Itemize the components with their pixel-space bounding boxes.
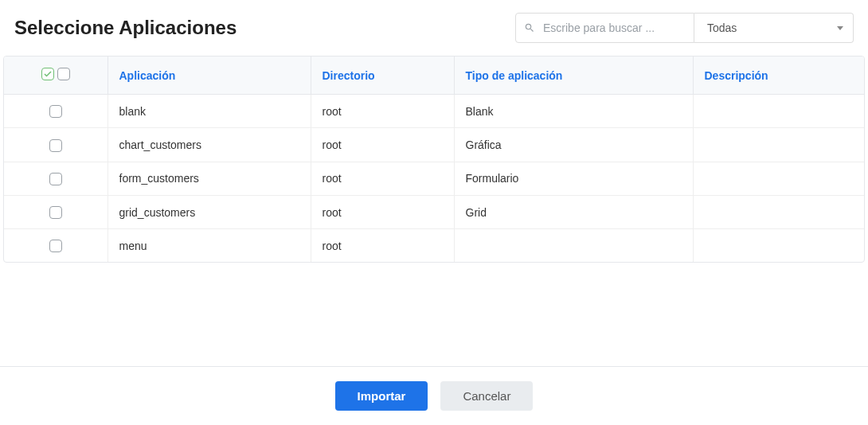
cell-dir: root [311, 229, 454, 263]
table-row: blankrootBlank [4, 95, 864, 128]
header-controls: Todas [515, 13, 854, 43]
cell-type: Grid [454, 195, 693, 228]
import-button[interactable]: Importar [335, 381, 428, 411]
row-checkbox[interactable] [49, 105, 62, 118]
cell-dir: root [311, 195, 454, 228]
cell-desc [693, 128, 864, 162]
search-icon [524, 22, 535, 33]
page-title: Seleccione Aplicaciones [14, 17, 237, 39]
cell-app: grid_customers [108, 195, 311, 228]
table-row: menuroot [4, 229, 864, 263]
select-all-checkbox[interactable] [41, 68, 54, 80]
cell-dir: root [311, 162, 454, 195]
cell-desc [693, 95, 864, 128]
search-field-wrap [515, 13, 694, 43]
row-checkbox[interactable] [49, 139, 62, 152]
cell-dir: root [311, 95, 454, 128]
filter-selected-label: Todas [707, 21, 737, 34]
cell-app: menu [108, 229, 311, 263]
cell-desc [693, 162, 864, 195]
check-icon [43, 69, 53, 79]
cell-type [454, 229, 693, 263]
col-desc-header[interactable]: Descripción [693, 57, 864, 95]
col-dir-header[interactable]: Directorio [311, 57, 454, 95]
deselect-all-checkbox[interactable] [57, 68, 70, 80]
cell-app: chart_customers [108, 128, 311, 162]
row-checkbox[interactable] [49, 206, 62, 219]
row-checkbox[interactable] [49, 240, 62, 252]
cell-type: Blank [454, 95, 693, 128]
col-type-header[interactable]: Tipo de aplicación [454, 57, 693, 95]
filter-dropdown[interactable]: Todas [694, 13, 854, 43]
cell-app: form_customers [108, 162, 311, 195]
cell-desc [693, 195, 864, 228]
table-row: form_customersrootFormulario [4, 162, 864, 195]
cell-dir: root [311, 128, 454, 162]
cell-type: Formulario [454, 162, 693, 195]
col-app-header[interactable]: Aplicación [108, 57, 311, 95]
table-row: chart_customersrootGráfica [4, 128, 864, 162]
row-checkbox[interactable] [49, 173, 62, 185]
cell-app: blank [108, 95, 311, 128]
footer-bar: Importar Cancelar [0, 366, 868, 425]
cell-desc [693, 229, 864, 263]
caret-down-icon [837, 26, 843, 30]
search-input[interactable] [543, 21, 686, 34]
applications-table-container: Aplicación Directorio Tipo de aplicación… [3, 56, 865, 263]
applications-table: Aplicación Directorio Tipo de aplicación… [4, 57, 864, 262]
table-row: grid_customersrootGrid [4, 195, 864, 228]
cancel-button[interactable]: Cancelar [440, 381, 533, 411]
col-select-header [4, 57, 108, 95]
cell-type: Gráfica [454, 128, 693, 162]
